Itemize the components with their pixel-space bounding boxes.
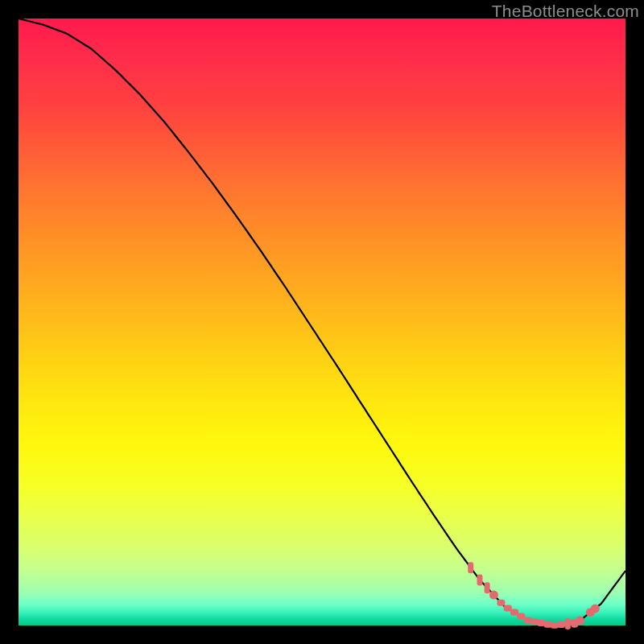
chart-svg xyxy=(19,19,625,625)
highlight-dash xyxy=(510,609,518,616)
highlight-tick xyxy=(477,575,483,586)
highlight-dash xyxy=(517,613,525,620)
highlight-dot xyxy=(576,617,584,625)
highlight-dash xyxy=(504,605,512,612)
watermark-text: TheBottleneck.com xyxy=(492,2,639,21)
chart-stage: TheBottleneck.com xyxy=(0,0,644,644)
bottleneck-curve xyxy=(19,19,625,625)
highlight-dot xyxy=(591,604,600,613)
highlight-tick xyxy=(565,618,571,630)
highlight-dot xyxy=(489,591,498,600)
highlight-dash xyxy=(497,600,505,606)
highlight-tick xyxy=(485,582,490,593)
highlight-dash xyxy=(557,621,565,628)
highlight-points xyxy=(468,562,600,630)
highlight-tick xyxy=(468,562,473,573)
chart-plot-area xyxy=(19,19,625,625)
